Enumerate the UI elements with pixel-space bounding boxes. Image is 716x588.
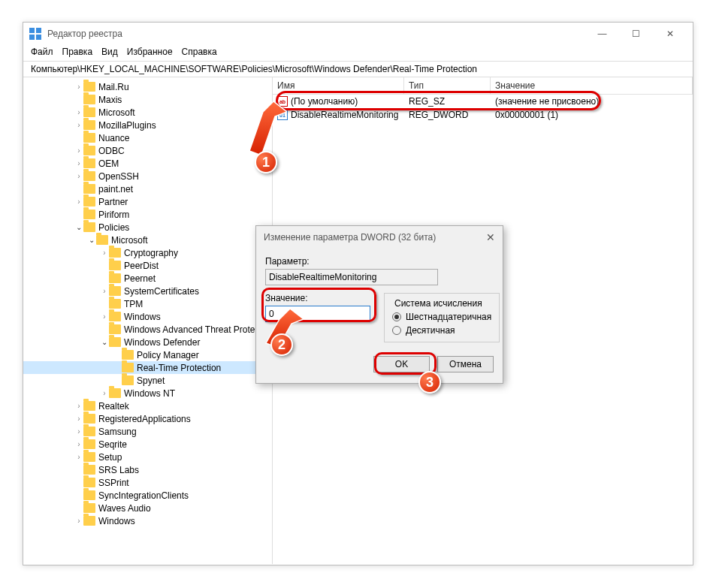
tree-item[interactable]: ⌄Policies — [23, 221, 272, 234]
folder-icon — [83, 120, 95, 130]
tree-item[interactable]: ›RegisteredApplications — [23, 412, 272, 425]
tree-item-label: Piriform — [98, 210, 129, 220]
tree-item[interactable]: Waves Audio — [23, 502, 272, 514]
tree-item[interactable]: ›Windows — [23, 514, 272, 527]
tree-item[interactable]: ›Windows NT — [23, 387, 272, 400]
folder-icon — [83, 465, 95, 475]
svg-rect-2 — [29, 35, 35, 40]
tree-item-label: MozillaPlugins — [98, 120, 156, 131]
menu-view[interactable]: Вид — [101, 47, 118, 59]
tree-item[interactable]: paint.net — [23, 182, 272, 195]
tree-item[interactable]: SyncIntegrationClients — [23, 489, 272, 502]
folder-icon — [83, 82, 95, 92]
value-input[interactable] — [265, 306, 370, 322]
tree-item[interactable]: SRS Labs — [23, 463, 272, 476]
tree-item-label: Nuance — [98, 133, 129, 143]
tree-item[interactable]: ›Partner — [23, 195, 272, 208]
folder-icon — [109, 248, 121, 258]
tree-item-label: OEM — [98, 158, 119, 169]
value-row-disable-realtime[interactable]: 01DisableRealtimeMonitoring REG_DWORD 0x… — [273, 108, 693, 122]
tree-item[interactable]: ›MozillaPlugins — [23, 119, 272, 131]
chevron-icon[interactable]: › — [100, 288, 109, 295]
close-button[interactable]: ✕ — [653, 23, 687, 45]
cancel-button[interactable]: Отмена — [437, 356, 494, 372]
tree-item[interactable]: Spynet — [23, 374, 272, 387]
chevron-icon[interactable]: › — [74, 517, 83, 525]
tree-item[interactable]: TPM — [23, 297, 272, 310]
tree-item-label: Cryptography — [124, 248, 178, 258]
tree-item[interactable]: ›Samsung — [23, 425, 272, 438]
folder-icon — [83, 146, 95, 155]
ok-button[interactable]: OK — [373, 356, 430, 372]
chevron-icon[interactable]: › — [74, 454, 83, 461]
tree-item[interactable]: Maxis — [23, 93, 272, 106]
tree-item[interactable]: ›OEM — [23, 157, 272, 170]
tree-item-label: Waves Audio — [98, 503, 151, 514]
value-row-default[interactable]: ab(По умолчанию) REG_SZ (значение не при… — [273, 95, 693, 108]
tree-item[interactable]: ›SystemCertificates — [23, 285, 272, 297]
tree-item[interactable]: Nuance — [23, 131, 272, 144]
tree-item[interactable]: Piriform — [23, 208, 272, 221]
tree-item[interactable]: Policy Manager — [23, 348, 272, 361]
folder-icon — [83, 171, 95, 181]
chevron-icon[interactable]: › — [74, 109, 83, 116]
tree-item[interactable]: ›Cryptography — [23, 246, 272, 259]
chevron-icon[interactable]: › — [74, 173, 83, 180]
chevron-icon[interactable]: ⌄ — [74, 224, 83, 231]
tree-item[interactable]: ›ODBC — [23, 144, 272, 157]
folder-icon — [83, 184, 95, 194]
tree-item[interactable]: SSPrint — [23, 476, 272, 489]
chevron-icon[interactable]: › — [74, 83, 83, 91]
radio-dec[interactable] — [392, 326, 401, 335]
chevron-icon[interactable]: › — [100, 313, 109, 321]
tree-item-label: ODBC — [98, 146, 125, 156]
tree-item-label: Policy Manager — [137, 350, 199, 360]
tree-item[interactable]: ⌄Microsoft — [23, 234, 272, 246]
menu-favorites[interactable]: Избранное — [127, 47, 173, 59]
tree-item-label: PeerDist — [124, 261, 159, 271]
chevron-icon[interactable]: › — [74, 198, 83, 206]
chevron-icon[interactable]: › — [74, 415, 83, 423]
tree-item[interactable]: ›Mail.Ru — [23, 80, 272, 93]
chevron-icon[interactable]: › — [74, 122, 83, 129]
chevron-icon[interactable]: › — [100, 390, 109, 397]
dialog-close-button[interactable]: ✕ — [486, 231, 495, 243]
tree-item[interactable]: ⌄Windows Defender — [23, 336, 272, 348]
chevron-icon[interactable]: ⌄ — [100, 339, 109, 346]
tree-item[interactable]: ›Seqrite — [23, 438, 272, 451]
address-bar[interactable]: Компьютер\HKEY_LOCAL_MACHINE\SOFTWARE\Po… — [23, 61, 693, 77]
chevron-icon[interactable]: › — [100, 249, 109, 257]
tree-item-label: Windows — [124, 312, 161, 322]
menu-help[interactable]: Справка — [182, 47, 217, 59]
minimize-button[interactable]: — — [585, 23, 619, 45]
annotation-badge-1: 1 — [255, 151, 277, 173]
tree-item[interactable]: Peernet — [23, 272, 272, 285]
tree-item-label: Windows Defender — [124, 337, 200, 348]
chevron-icon[interactable]: › — [74, 441, 83, 448]
col-header-name[interactable]: Имя — [273, 77, 404, 94]
tree-item[interactable]: Real-Time Protection — [23, 361, 272, 374]
col-header-value[interactable]: Значение — [491, 77, 693, 94]
tree-item[interactable]: ›Realtek — [23, 400, 272, 412]
tree-item[interactable]: Windows Advanced Threat Protect — [23, 323, 272, 336]
col-header-type[interactable]: Тип — [404, 77, 491, 94]
chevron-icon[interactable]: ⌄ — [87, 237, 96, 244]
chevron-icon[interactable]: › — [74, 403, 83, 410]
radio-hex[interactable] — [392, 312, 401, 321]
tree-pane[interactable]: ›Mail.RuMaxis›Microsoft›MozillaPluginsNu… — [23, 77, 273, 564]
folder-icon — [83, 197, 95, 207]
tree-item[interactable]: ›OpenSSH — [23, 170, 272, 182]
maximize-button[interactable]: ☐ — [619, 23, 653, 45]
edit-dword-dialog: Изменение параметра DWORD (32 бита) ✕ Па… — [255, 225, 503, 384]
folder-icon — [83, 401, 95, 411]
tree-item[interactable]: PeerDist — [23, 259, 272, 272]
menu-edit[interactable]: Правка — [62, 47, 93, 59]
tree-item[interactable]: ›Setup — [23, 451, 272, 463]
chevron-icon[interactable]: › — [74, 160, 83, 167]
tree-item[interactable]: ›Microsoft — [23, 106, 272, 119]
chevron-icon[interactable]: › — [74, 147, 83, 155]
chevron-icon[interactable]: › — [74, 428, 83, 436]
menubar: Файл Правка Вид Избранное Справка — [23, 45, 693, 61]
menu-file[interactable]: Файл — [31, 47, 53, 59]
tree-item[interactable]: ›Windows — [23, 310, 272, 323]
